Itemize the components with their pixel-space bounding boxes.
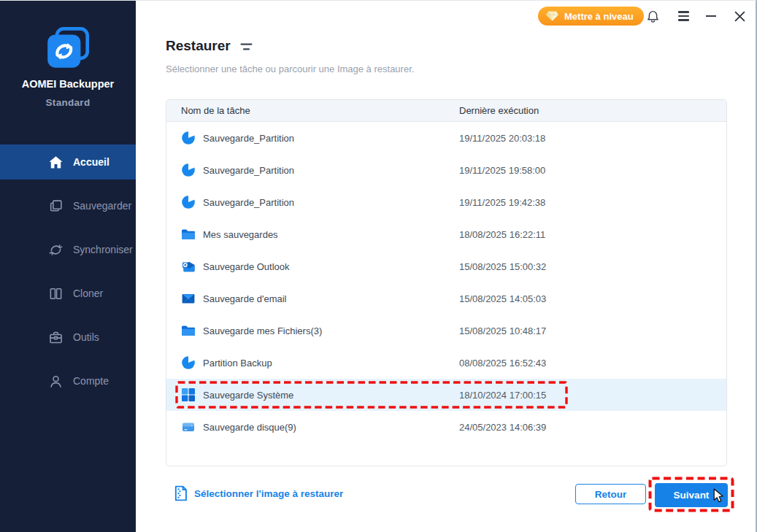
task-name: Mes sauvegardes xyxy=(203,229,278,240)
partition-backup-icon xyxy=(181,131,196,145)
task-name: Sauvegarde disque(9) xyxy=(203,422,296,433)
outlook-backup-icon xyxy=(181,259,196,274)
brand-edition: Standard xyxy=(0,97,136,108)
tools-icon xyxy=(48,330,64,345)
sidebar-item-label: Sauvegarder xyxy=(73,200,131,212)
sidebar-item-label: Compte xyxy=(73,375,109,387)
windows-backup-icon xyxy=(181,388,196,402)
mail-backup-icon xyxy=(181,291,196,306)
filter-icon[interactable] xyxy=(240,43,253,51)
table-row[interactable]: Sauvegarde_Partition 19/11/2025 20:03:18 xyxy=(166,122,726,154)
disk-backup-icon xyxy=(181,420,196,434)
task-name: Sauvegarde_Partition xyxy=(203,197,294,208)
sidebar: AOMEI Backupper Standard Accueil Sauvega… xyxy=(0,1,136,532)
task-last-run: 15/08/2025 15:00:32 xyxy=(459,261,546,272)
task-last-run: 18/10/2024 17:00:15 xyxy=(459,390,546,401)
task-last-run: 18/08/2025 16:22:11 xyxy=(459,229,545,240)
table-header: Nom de la tâche Dernière exécution xyxy=(166,100,726,122)
partition-backup-icon xyxy=(181,355,196,370)
sidebar-item-label: Synchroniser xyxy=(73,244,133,255)
sidebar-item-label: Accueil xyxy=(73,156,109,168)
page-subtitle: Sélectionner une tâche ou parcourir une … xyxy=(166,63,414,74)
partition-backup-icon xyxy=(181,195,196,209)
sidebar-nav: Accueil Sauvegarder Synchroniser Cloner … xyxy=(0,144,136,407)
folder-backup-icon xyxy=(181,227,196,242)
task-last-run: 08/08/2025 16:52:43 xyxy=(459,358,546,369)
home-icon xyxy=(48,155,64,170)
table-row[interactable]: Sauvegarde_Partition 19/11/2025 19:42:38 xyxy=(166,186,726,218)
task-name: Sauvegarde_Partition xyxy=(203,165,294,176)
app-window: AOMEI Backupper Standard Accueil Sauvega… xyxy=(0,0,757,532)
sidebar-item-label: Cloner xyxy=(73,288,103,299)
column-header-task-name: Nom de la tâche xyxy=(166,105,250,116)
select-image-link[interactable]: Sélectionner l'image à restaurer xyxy=(173,485,343,502)
task-name: Sauvegarde Outlook xyxy=(203,261,290,272)
brand-name: AOMEI Backupper xyxy=(0,78,136,90)
sync-icon xyxy=(48,242,64,258)
task-name: Sauvegarde mes Fichiers(3) xyxy=(203,325,322,336)
sidebar-item-synchroniser[interactable]: Synchroniser xyxy=(0,232,136,267)
column-header-last-run: Dernière exécution xyxy=(459,105,539,116)
table-body: Sauvegarde_Partition 19/11/2025 20:03:18… xyxy=(166,122,726,443)
sidebar-item-accueil[interactable]: Accueil xyxy=(0,144,136,180)
task-last-run: 15/08/2025 14:05:03 xyxy=(459,293,546,304)
backup-icon xyxy=(48,198,64,214)
sidebar-item-label: Outils xyxy=(73,331,99,343)
task-last-run: 15/08/2025 10:48:17 xyxy=(459,325,546,336)
main-content: Restaurer Sélectionner une tâche ou parc… xyxy=(136,1,756,532)
task-table: Nom de la tâche Dernière exécution Sauve… xyxy=(166,99,727,466)
table-row[interactable]: Sauvegarde mes Fichiers(3) 15/08/2025 10… xyxy=(166,315,726,347)
table-row[interactable]: Sauvegarde d'email 15/08/2025 14:05:03 xyxy=(166,282,726,315)
select-image-label: Sélectionner l'image à restaurer xyxy=(194,488,343,499)
sidebar-item-compte[interactable]: Compte xyxy=(0,363,136,398)
page-title: Restaurer xyxy=(166,38,231,54)
task-name: Sauvegarde d'email xyxy=(203,293,287,304)
sidebar-item-outils[interactable]: Outils xyxy=(0,320,136,355)
task-name: Sauvegarde Système xyxy=(203,390,293,401)
clone-icon xyxy=(48,286,64,301)
task-last-run: 19/11/2025 20:03:18 xyxy=(459,133,545,144)
task-last-run: 19/11/2025 19:58:00 xyxy=(459,165,545,176)
aomei-logo-icon xyxy=(0,27,136,69)
next-button[interactable]: Suivant xyxy=(655,483,728,507)
table-row[interactable]: Sauvegarde Système 18/10/2024 17:00:15 xyxy=(166,379,726,411)
table-row[interactable]: Sauvegarde Outlook 15/08/2025 15:00:32 xyxy=(166,250,726,282)
table-row[interactable]: Mes sauvegardes 18/08/2025 16:22:11 xyxy=(166,218,726,250)
account-icon xyxy=(48,374,64,389)
task-last-run: 24/05/2023 14:06:39 xyxy=(459,422,546,433)
table-row[interactable]: Sauvegarde_Partition 19/11/2025 19:58:00 xyxy=(166,154,726,186)
task-name: Sauvegarde_Partition xyxy=(203,133,294,144)
table-row[interactable]: Partition Backup 08/08/2025 16:52:43 xyxy=(166,347,726,379)
image-file-icon xyxy=(173,485,188,502)
back-button[interactable]: Retour xyxy=(575,484,646,504)
sidebar-item-sauvegarder[interactable]: Sauvegarder xyxy=(0,188,136,223)
partition-backup-icon xyxy=(181,163,196,177)
sidebar-item-cloner[interactable]: Cloner xyxy=(0,276,136,311)
table-row[interactable]: Sauvegarde disque(9) 24/05/2023 14:06:39 xyxy=(166,411,726,443)
folder-backup-icon xyxy=(181,323,196,338)
task-name: Partition Backup xyxy=(203,358,272,369)
task-last-run: 19/11/2025 19:42:38 xyxy=(459,197,545,208)
